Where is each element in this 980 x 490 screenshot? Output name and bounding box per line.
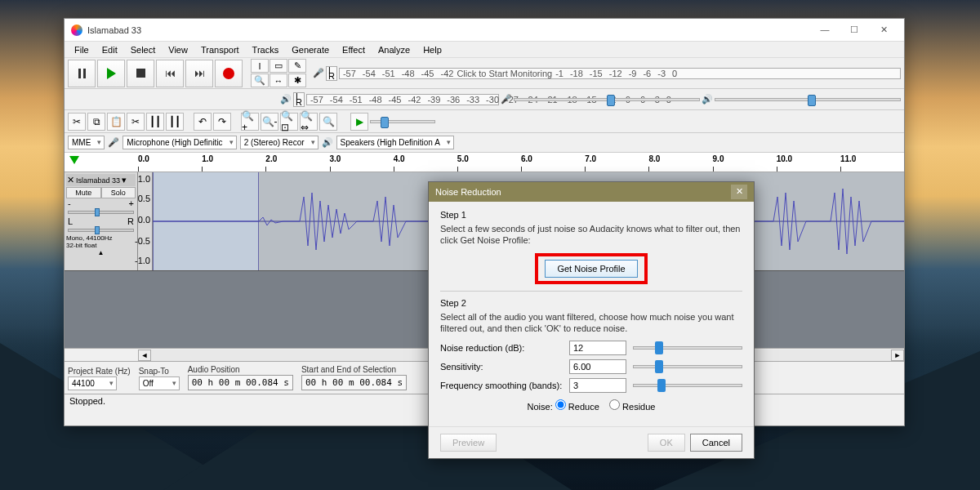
gain-slider[interactable] — [68, 211, 134, 214]
preview-button[interactable]: Preview — [440, 434, 497, 452]
amplitude-scale: 1.0 0.5 0.0 -0.5 -1.0 — [138, 172, 153, 270]
freq-smoothing-slider[interactable] — [633, 384, 742, 387]
pan-slider[interactable] — [68, 229, 134, 232]
menu-file[interactable]: File — [68, 43, 96, 56]
sel-start-field[interactable]: 00 h 00 m 00.084 s — [301, 375, 407, 390]
step2-text: Select all of the audio you want filtere… — [440, 311, 742, 335]
track-close-icon[interactable]: ✕ — [67, 175, 74, 185]
freq-smoothing-input[interactable] — [569, 378, 626, 393]
titlebar[interactable]: Islamabad 33 — ☐ ✕ — [65, 19, 904, 42]
solo-button[interactable]: Solo — [101, 187, 136, 198]
mic-icon: 🎤 — [313, 68, 324, 78]
close-button[interactable]: ✕ — [870, 22, 898, 38]
speaker-icon: 🔊 — [280, 94, 292, 105]
zoom-out-button[interactable]: 🔍- — [261, 113, 278, 131]
sensitivity-input[interactable] — [569, 359, 626, 374]
silence-button[interactable]: ┃┃ — [146, 113, 164, 131]
snap-label: Snap-To — [139, 367, 180, 376]
redo-button[interactable]: ↷ — [213, 113, 231, 131]
menu-view[interactable]: View — [162, 43, 194, 56]
noise-label: Noise: — [528, 402, 553, 412]
undo-button[interactable]: ↶ — [194, 113, 212, 131]
cancel-button[interactable]: Cancel — [690, 434, 742, 452]
project-rate-dropdown[interactable]: 44100 — [68, 376, 117, 390]
multi-tool[interactable]: ✱ — [288, 74, 306, 87]
play-at-speed-button[interactable]: ▶ — [350, 113, 368, 131]
rec-device-dropdown[interactable]: Microphone (High Definitic — [122, 136, 236, 149]
collapse-icon[interactable]: ▲ — [66, 249, 136, 256]
menu-transport[interactable]: Transport — [194, 43, 246, 56]
play-button[interactable] — [97, 60, 125, 87]
transport-toolbar: ⏮ ⏭ I ▭ ✎ 🔍 ↔ ✱ 🎤 LR -57-54-51-48-45-42 … — [65, 58, 904, 89]
menu-tracks[interactable]: Tracks — [246, 43, 286, 56]
mic-vol-icon: 🎤 — [501, 94, 512, 105]
envelope-tool[interactable]: ▭ — [270, 59, 287, 73]
menu-help[interactable]: Help — [416, 43, 448, 56]
rec-channels-dropdown[interactable]: 2 (Stereo) Recor — [240, 136, 318, 149]
track-name[interactable]: Islamabad 33 — [76, 176, 120, 185]
copy-button[interactable]: ⧉ — [87, 113, 105, 131]
get-noise-profile-button[interactable]: Get Noise Profile — [545, 260, 637, 278]
mic-device-icon: 🎤 — [108, 137, 119, 148]
trim-button[interactable]: ✂ — [127, 113, 145, 131]
timeshift-tool[interactable]: ↔ — [270, 74, 287, 87]
recording-meter[interactable]: -57-54-51-48-45-42 Click to Start Monito… — [339, 68, 901, 79]
dialog-title: Noise Reduction — [435, 187, 731, 197]
annotation-highlight: Get Noise Profile — [535, 253, 647, 284]
track-menu-icon[interactable]: ▾ — [122, 175, 127, 185]
play-volume-slider[interactable] — [715, 98, 901, 101]
snap-dropdown[interactable]: Off — [139, 376, 180, 390]
menu-select[interactable]: Select — [124, 43, 163, 56]
noise-reduction-slider[interactable] — [633, 346, 742, 350]
step1-heading: Step 1 — [440, 210, 742, 220]
rec-volume-slider[interactable] — [514, 98, 700, 101]
zoom-in-button[interactable]: 🔍+ — [241, 113, 259, 131]
skip-end-button[interactable]: ⏭ — [185, 60, 213, 87]
noise-reduction-input[interactable] — [569, 341, 626, 355]
cut-button[interactable]: ✂ — [68, 113, 86, 131]
scroll-left-button[interactable]: ◄ — [138, 350, 151, 361]
maximize-button[interactable]: ☐ — [840, 22, 868, 38]
zoom-fit-button[interactable]: 🔍⇔ — [300, 113, 318, 131]
status-text: Stopped. — [69, 396, 105, 406]
residue-radio[interactable]: Residue — [609, 402, 655, 412]
timeline-ruler[interactable]: 0.0 1.0 2.0 3.0 4.0 5.0 6.0 7.0 8.0 9.0 … — [65, 153, 904, 172]
meter-hint: Click to Start Monitoring — [457, 69, 552, 78]
silence2-button[interactable]: ┃┃ — [166, 113, 184, 131]
zoom-toggle-button[interactable]: 🔍 — [319, 113, 337, 131]
minimize-button[interactable]: — — [811, 22, 839, 38]
play-device-dropdown[interactable]: Speakers (High Definition A — [336, 136, 454, 149]
speed-slider[interactable] — [370, 120, 435, 123]
pause-button[interactable] — [68, 60, 96, 87]
dialog-close-button[interactable]: ✕ — [731, 185, 747, 199]
scroll-right-button[interactable]: ► — [891, 350, 904, 361]
audio-host-dropdown[interactable]: MME — [68, 136, 105, 149]
playback-meter[interactable]: -57-54-51-48-45-42-39-36-33-30-27-24-21-… — [306, 94, 499, 105]
playhead-marker-icon[interactable] — [69, 156, 79, 164]
track-control-panel[interactable]: ✕Islamabad 33▾ MuteSolo -+ LR Mono, 4410… — [65, 172, 138, 270]
noise-reduction-dialog: Noise Reduction ✕ Step 1 Select a few se… — [428, 181, 755, 459]
menu-analyze[interactable]: Analyze — [372, 43, 416, 56]
audio-position-field[interactable]: 00 h 00 m 00.084 s — [188, 375, 293, 390]
reduce-radio[interactable]: Reduce — [555, 402, 599, 412]
zoom-sel-button[interactable]: 🔍⊡ — [280, 113, 298, 131]
record-button[interactable] — [215, 60, 243, 87]
step1-text: Select a few seconds of just noise so Au… — [440, 223, 742, 247]
stop-button[interactable] — [127, 60, 154, 87]
menu-effect[interactable]: Effect — [336, 43, 372, 56]
ok-button[interactable]: OK — [648, 434, 685, 452]
paste-button[interactable]: 📋 — [107, 113, 125, 131]
edit-toolbar: ✂ ⧉ 📋 ✂ ┃┃ ┃┃ ↶ ↷ 🔍+ 🔍- 🔍⊡ 🔍⇔ 🔍 ▶ — [65, 110, 904, 133]
play-vol-icon: 🔊 — [702, 94, 713, 105]
device-toolbar: MME 🎤 Microphone (High Definitic 2 (Ster… — [65, 133, 904, 153]
skip-start-button[interactable]: ⏮ — [156, 60, 184, 87]
dialog-titlebar[interactable]: Noise Reduction ✕ — [429, 182, 754, 202]
menu-generate[interactable]: Generate — [285, 43, 336, 56]
sensitivity-slider[interactable] — [633, 365, 742, 368]
selection-tool[interactable]: I — [251, 59, 269, 73]
menubar: File Edit Select View Transport Tracks G… — [65, 42, 904, 58]
zoom-tool[interactable]: 🔍 — [251, 74, 269, 87]
draw-tool[interactable]: ✎ — [288, 59, 306, 73]
mute-button[interactable]: Mute — [66, 187, 101, 198]
menu-edit[interactable]: Edit — [96, 43, 124, 56]
